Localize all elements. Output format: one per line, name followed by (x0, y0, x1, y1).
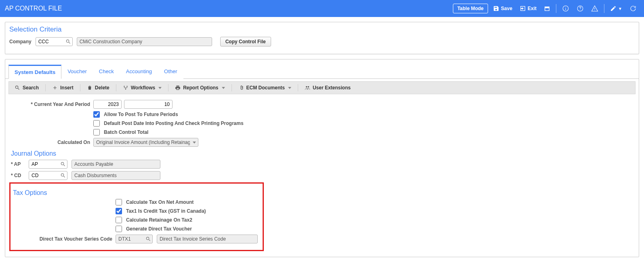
toolbar-userext-label: User Extensions (313, 85, 351, 91)
help-button[interactable] (574, 3, 586, 14)
default-post-date-checkbox[interactable] (93, 120, 100, 127)
toolbar-insert-button[interactable]: Insert (49, 83, 77, 92)
gen-direct-tax-row: Generate Direct Tax Voucher (13, 226, 260, 232)
toolbar-report-button[interactable]: Report Options (172, 83, 228, 92)
delete-icon (87, 85, 93, 91)
exit-icon (520, 5, 526, 12)
chevron-down-icon (222, 87, 225, 89)
separator (604, 4, 604, 13)
tax-calc-net-row: Calculate Tax On Net Amount (13, 199, 260, 205)
refresh-button[interactable] (627, 3, 639, 14)
calculated-on-select[interactable]: Original Invoice Amount (Including Retai… (93, 138, 198, 147)
company-label: Company (9, 39, 32, 44)
cd-label: * CD (11, 173, 29, 178)
detail-panel: System Defaults Voucher Check Accounting… (5, 59, 639, 257)
app-header: AP CONTROL FILE Table Mode Save Exit ▼ (0, 0, 644, 17)
cd-input[interactable] (29, 171, 67, 180)
table-mode-button[interactable]: Table Mode (453, 4, 488, 13)
journal-options-title: Journal Options (11, 150, 636, 157)
workflows-icon (123, 85, 128, 91)
separator (45, 84, 46, 91)
insert-icon (52, 85, 58, 91)
copy-control-file-button[interactable]: Copy Control File (220, 37, 271, 47)
company-row: Company Copy Control File (9, 37, 635, 47)
alert-button[interactable] (589, 3, 601, 14)
tax-options-highlight: Tax Options Calculate Tax On Net Amount … (9, 182, 264, 251)
calc-retainage-tax2-checkbox[interactable] (116, 217, 122, 223)
tax1-credit-label: Tax1 Is Credit Tax (GST in Canada) (126, 208, 206, 214)
exit-button[interactable]: Exit (517, 4, 539, 13)
toolbar-search-button[interactable]: Search (11, 83, 42, 92)
duplicate-window-button[interactable] (541, 4, 553, 13)
current-period-input[interactable] (124, 100, 173, 109)
ap-label: * AP (11, 161, 29, 167)
year-period-label: * Current Year And Period (8, 101, 93, 107)
selection-criteria-panel: Selection Criteria Company Copy Control … (5, 22, 639, 54)
toolbar-userext-button[interactable]: User Extensions (301, 83, 354, 92)
tab-accounting[interactable]: Accounting (120, 65, 158, 79)
batch-control-checkbox[interactable] (93, 129, 100, 135)
separator (232, 84, 232, 91)
tab-check[interactable]: Check (93, 65, 120, 79)
allow-future-row: Allow To Post To Future Periods (8, 111, 636, 118)
batch-control-row: Batch Control Total (8, 129, 636, 135)
tab-voucher[interactable]: Voucher (61, 65, 93, 79)
edit-icon (610, 5, 617, 12)
save-icon (493, 5, 499, 12)
chevron-down-icon (158, 87, 162, 89)
batch-control-label: Batch Control Total (104, 129, 148, 135)
edit-menu-button[interactable]: ▼ (608, 4, 625, 13)
default-post-date-label: Default Post Date Into Posting And Check… (104, 121, 244, 126)
separator (556, 4, 556, 13)
selection-criteria-title: Selection Criteria (9, 25, 635, 34)
attachment-icon (238, 85, 244, 91)
direct-tax-series-row: Direct Tax Voucher Series Code (13, 235, 260, 243)
toolbar-report-label: Report Options (183, 85, 218, 91)
print-icon (175, 85, 181, 91)
current-year-input[interactable] (93, 100, 122, 109)
toolbar-workflows-button[interactable]: Workflows (120, 83, 165, 92)
separator (298, 84, 298, 91)
calculated-on-label: Calculated On (8, 140, 93, 145)
gen-direct-tax-label: Generate Direct Tax Voucher (126, 226, 192, 232)
separator (116, 84, 116, 91)
toolbar-insert-label: Insert (60, 85, 74, 91)
header-actions: Table Mode Save Exit ▼ (453, 3, 639, 14)
help-icon (577, 5, 584, 12)
tab-system-defaults[interactable]: System Defaults (8, 65, 61, 79)
calc-tax-net-label: Calculate Tax On Net Amount (126, 199, 194, 205)
refresh-icon (629, 5, 637, 12)
ap-desc (72, 160, 160, 169)
toolbar-ecm-button[interactable]: ECM Documents (235, 83, 295, 92)
svg-point-9 (125, 89, 126, 89)
company-input[interactable] (36, 37, 73, 46)
tax1-credit-row: Tax1 Is Credit Tax (GST in Canada) (13, 208, 260, 214)
svg-point-4 (580, 10, 580, 10)
tax-options-title: Tax Options (13, 189, 260, 197)
toolbar-delete-button[interactable]: Delete (84, 83, 113, 92)
save-label: Save (501, 6, 512, 11)
page-title: AP CONTROL FILE (5, 5, 453, 12)
cd-desc (72, 171, 160, 180)
svg-point-11 (307, 86, 309, 88)
svg-point-2 (565, 7, 566, 7)
separator (80, 84, 80, 91)
toolbar-search-label: Search (23, 85, 39, 91)
info-button[interactable] (560, 3, 572, 14)
default-post-date-row: Default Post Date Into Posting And Check… (8, 120, 636, 127)
journal-ap-row: * AP (8, 160, 636, 169)
window-icon (544, 5, 550, 12)
gen-direct-tax-checkbox[interactable] (116, 226, 122, 232)
ap-input[interactable] (29, 160, 67, 169)
calc-tax-net-checkbox[interactable] (116, 199, 122, 205)
save-button[interactable]: Save (490, 4, 515, 13)
tax1-credit-checkbox[interactable] (116, 208, 122, 214)
svg-point-8 (126, 86, 127, 87)
direct-tax-series-input[interactable] (116, 235, 153, 243)
journal-cd-row: * CD (8, 171, 636, 180)
toolbar-workflows-label: Workflows (131, 85, 155, 91)
svg-point-6 (594, 10, 595, 11)
chevron-down-icon (288, 87, 291, 89)
allow-future-checkbox[interactable] (93, 111, 100, 118)
tab-other[interactable]: Other (158, 65, 183, 79)
